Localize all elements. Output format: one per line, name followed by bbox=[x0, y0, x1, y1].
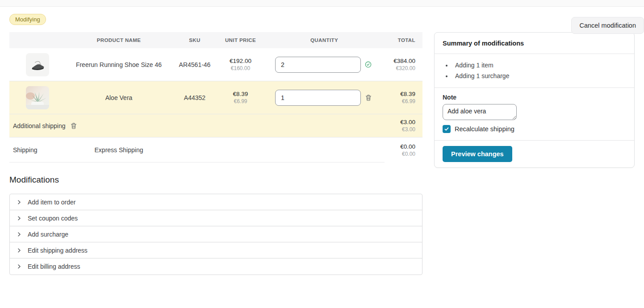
unit-price-net: €160.00 bbox=[217, 65, 264, 71]
top-bar bbox=[0, 0, 644, 7]
column-header-quantity: QUANTITY bbox=[264, 37, 385, 43]
product-image-aloe-vera bbox=[26, 86, 49, 109]
line-total-net: €6.99 bbox=[385, 98, 415, 104]
delete-item-button[interactable] bbox=[365, 94, 372, 101]
accordion-add-surcharge[interactable]: Add surcharge bbox=[10, 226, 422, 242]
chevron-right-icon bbox=[17, 264, 22, 269]
line-total-gross: €384.00 bbox=[385, 58, 415, 64]
modifications-accordion: Add item to order Set coupon codes Add s… bbox=[9, 194, 422, 275]
summary-list: Adding 1 item Adding 1 surcharge bbox=[435, 54, 634, 88]
shipping-total-gross: €0.00 bbox=[385, 143, 415, 150]
unit-price-net: €6.99 bbox=[217, 98, 264, 104]
recalculate-shipping-checkbox[interactable]: Recalculate shipping bbox=[443, 125, 626, 133]
accordion-label: Add item to order bbox=[28, 199, 75, 206]
note-label: Note bbox=[443, 94, 626, 101]
shipping-label: Shipping bbox=[9, 146, 65, 154]
modifications-heading: Modifications bbox=[9, 175, 422, 185]
column-header-sku: SKU bbox=[172, 37, 217, 43]
accordion-add-item-to-order[interactable]: Add item to order bbox=[10, 194, 422, 210]
accordion-edit-shipping-address[interactable]: Edit shipping address bbox=[10, 242, 422, 258]
chevron-right-icon bbox=[17, 248, 22, 253]
shipping-total-net: €0.00 bbox=[385, 151, 415, 157]
column-header-unit-price: UNIT PRICE bbox=[217, 37, 264, 43]
surcharge-label: Additional shipping bbox=[13, 122, 66, 129]
summary-item: Adding 1 surcharge bbox=[452, 71, 626, 81]
surcharge-row: Additional shipping €3.00 €3.00 bbox=[9, 114, 422, 137]
surcharge-total-gross: €3.00 bbox=[385, 119, 415, 125]
status-badge: Modifying bbox=[9, 14, 46, 25]
chevron-right-icon bbox=[17, 216, 22, 221]
quantity-input[interactable] bbox=[275, 57, 361, 73]
line-total-gross: €8.39 bbox=[385, 91, 415, 97]
column-header-product-name: PRODUCT NAME bbox=[65, 37, 172, 43]
table-row: Aloe Vera A44352 €8.39 €6.99 bbox=[9, 81, 422, 114]
summary-item: Adding 1 item bbox=[452, 60, 626, 71]
accordion-label: Add surcharge bbox=[28, 231, 68, 238]
preview-changes-button[interactable]: Preview changes bbox=[443, 146, 512, 162]
order-items-table: PRODUCT NAME SKU UNIT PRICE QUANTITY TOT… bbox=[9, 32, 422, 162]
order-modification-page: Modifying Cancel modification PRODUCT NA… bbox=[0, 14, 644, 275]
checkbox-checked-icon bbox=[443, 125, 451, 133]
product-sku: A44352 bbox=[172, 94, 217, 101]
product-sku: AR4561-46 bbox=[172, 61, 217, 68]
accordion-label: Set coupon codes bbox=[28, 215, 78, 222]
check-circle-icon bbox=[365, 61, 372, 68]
shipping-method: Express Shipping bbox=[65, 146, 172, 154]
chevron-right-icon bbox=[17, 232, 22, 237]
chevron-right-icon bbox=[17, 200, 22, 205]
unit-price-gross: €8.39 bbox=[217, 91, 264, 97]
accordion-label: Edit billing address bbox=[28, 263, 80, 270]
cancel-modification-button[interactable]: Cancel modification bbox=[571, 17, 644, 34]
recalculate-shipping-label: Recalculate shipping bbox=[455, 125, 514, 133]
accordion-edit-billing-address[interactable]: Edit billing address bbox=[10, 258, 422, 275]
summary-card: Summary of modifications Adding 1 item A… bbox=[434, 32, 635, 168]
table-header-row: PRODUCT NAME SKU UNIT PRICE QUANTITY TOT… bbox=[9, 32, 422, 48]
product-image-running-shoe bbox=[26, 53, 49, 76]
delete-surcharge-button[interactable] bbox=[70, 122, 77, 129]
product-name: Aloe Vera bbox=[65, 94, 172, 101]
quantity-input[interactable] bbox=[275, 90, 361, 106]
accordion-label: Edit shipping address bbox=[28, 247, 88, 254]
column-header-total: TOTAL bbox=[385, 37, 422, 43]
surcharge-total-net: €3.00 bbox=[385, 126, 415, 133]
line-total-net: €320.00 bbox=[385, 65, 415, 71]
product-name: Freerun Running Shoe Size 46 bbox=[65, 61, 172, 68]
shipping-row: Shipping Express Shipping €0.00 €0.00 bbox=[9, 137, 422, 162]
note-textarea[interactable]: Add aloe vera bbox=[443, 104, 517, 120]
unit-price-gross: €192.00 bbox=[217, 58, 264, 64]
accordion-set-coupon-codes[interactable]: Set coupon codes bbox=[10, 210, 422, 226]
summary-title: Summary of modifications bbox=[435, 33, 634, 54]
table-row: Freerun Running Shoe Size 46 AR4561-46 €… bbox=[9, 48, 422, 81]
